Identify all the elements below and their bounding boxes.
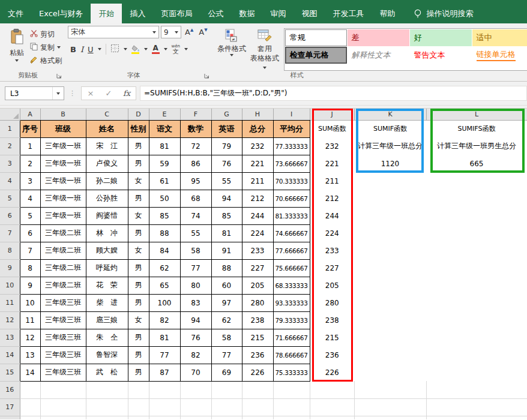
cell-H12[interactable]: 238 (242, 311, 273, 329)
cell-C13[interactable]: 朱 仝 (86, 329, 128, 346)
cell-F8[interactable]: 58 (180, 242, 211, 259)
cell-H11[interactable]: 280 (242, 294, 273, 311)
cell-K15[interactable] (354, 364, 426, 381)
cell-I1[interactable]: 平均分 (273, 120, 310, 137)
cell-B12[interactable]: 三年级三班 (40, 311, 86, 329)
cell-D4[interactable]: 女 (128, 172, 149, 190)
cell-E6[interactable]: 85 (149, 207, 180, 224)
menu-tab-10[interactable]: 帮助 (372, 4, 403, 23)
borders-button[interactable] (110, 44, 119, 55)
cell-J13[interactable]: 215 (310, 329, 354, 346)
cell-G11[interactable]: 97 (211, 294, 242, 311)
cell-B7[interactable]: 三年级二班 (40, 224, 86, 242)
cell-L2[interactable]: 计算三年级一班男生总分 (426, 137, 527, 155)
cell-L12[interactable] (426, 311, 527, 329)
italic-button[interactable]: I (80, 45, 83, 54)
cell-D3[interactable]: 男 (128, 155, 149, 172)
conditional-formatting-button[interactable]: ≠ 条件格式 (215, 26, 248, 71)
cell-I14[interactable]: 78.666667 (273, 346, 310, 364)
cell-L18[interactable] (426, 416, 527, 419)
cell-A1[interactable]: 序号 (20, 120, 40, 137)
col-header-K[interactable]: K (354, 109, 426, 120)
cell-K18[interactable] (354, 416, 426, 419)
cell-F14[interactable]: 82 (180, 346, 211, 364)
cell-G6[interactable]: 85 (211, 207, 242, 224)
cell-A18[interactable] (20, 416, 40, 419)
cell-F11[interactable]: 83 (180, 294, 211, 311)
select-all-button[interactable] (0, 109, 20, 120)
cell-F9[interactable]: 77 (180, 259, 211, 277)
cell-A7[interactable]: 6 (20, 224, 40, 242)
paste-button[interactable]: 粘贴 (4, 26, 30, 71)
cell-L10[interactable] (426, 277, 527, 294)
cell-E1[interactable]: 语文 (149, 120, 180, 137)
cell-H8[interactable]: 233 (242, 242, 273, 259)
menu-tab-1[interactable]: Excel与财务 (31, 4, 91, 23)
cell-style-0[interactable]: 常规 (285, 29, 347, 46)
copy-button[interactable]: 复制 (30, 42, 62, 53)
cell-G5[interactable]: 94 (211, 190, 242, 207)
cell-C7[interactable]: 林 冲 (86, 224, 128, 242)
cell-L9[interactable] (426, 259, 527, 277)
cell-D16[interactable] (128, 381, 149, 398)
font-size-select[interactable]: 9 (161, 26, 181, 38)
cell-I5[interactable]: 70.666667 (273, 190, 310, 207)
menu-tab-3[interactable]: 插入 (122, 4, 153, 23)
cell-J12[interactable]: 238 (310, 311, 354, 329)
cell-G9[interactable]: 88 (211, 259, 242, 277)
cell-B13[interactable]: 三年级三班 (40, 329, 86, 346)
cell-C3[interactable]: 卢俊义 (86, 155, 128, 172)
formula-input[interactable]: =SUMIFS(H:H,B:B,"三年级一班",D:D,"男") (140, 86, 527, 101)
menu-tab-0[interactable]: 文件 (0, 4, 31, 23)
row-header-3[interactable]: 3 (0, 155, 20, 172)
cell-B15[interactable]: 三年级三班 (40, 364, 86, 381)
row-header-8[interactable]: 8 (0, 242, 20, 259)
cell-H17[interactable] (242, 398, 273, 416)
cell-B6[interactable]: 三年级一班 (40, 207, 86, 224)
row-header-9[interactable]: 9 (0, 259, 20, 277)
cell-G14[interactable]: 77 (211, 346, 242, 364)
cell-K2[interactable]: 计算三年级一班总分 (354, 137, 426, 155)
cell-B1[interactable]: 班级 (40, 120, 86, 137)
menu-tab-5[interactable]: 公式 (200, 4, 231, 23)
cell-A10[interactable]: 9 (20, 277, 40, 294)
cell-I4[interactable]: 70.333333 (273, 172, 310, 190)
cell-E16[interactable] (149, 381, 180, 398)
row-header-13[interactable]: 13 (0, 329, 20, 346)
cell-F17[interactable] (180, 398, 211, 416)
cell-K4[interactable] (354, 172, 426, 190)
cell-D7[interactable]: 男 (128, 224, 149, 242)
cell-G17[interactable] (211, 398, 242, 416)
cell-F6[interactable]: 74 (180, 207, 211, 224)
cell-D12[interactable]: 女 (128, 311, 149, 329)
cell-B14[interactable]: 三年级三班 (40, 346, 86, 364)
cell-B8[interactable]: 三年级二班 (40, 242, 86, 259)
font-name-select[interactable]: 宋体 (68, 26, 159, 38)
cell-I8[interactable]: 77.666667 (273, 242, 310, 259)
cell-E17[interactable] (149, 398, 180, 416)
cell-C15[interactable]: 武 松 (86, 364, 128, 381)
cell-K16[interactable] (354, 381, 426, 398)
cell-J7[interactable]: 224 (310, 224, 354, 242)
cell-E3[interactable]: 59 (149, 155, 180, 172)
cell-K5[interactable] (354, 190, 426, 207)
cell-G13[interactable]: 58 (211, 329, 242, 346)
cell-A5[interactable]: 4 (20, 190, 40, 207)
row-header-7[interactable]: 7 (0, 224, 20, 242)
cell-C10[interactable]: 花 荣 (86, 277, 128, 294)
cell-L11[interactable] (426, 294, 527, 311)
cell-K10[interactable] (354, 277, 426, 294)
dialog-launcher-icon[interactable] (56, 73, 62, 79)
row-header-1[interactable]: 1 (0, 120, 20, 137)
cell-H10[interactable]: 205 (242, 277, 273, 294)
cell-G4[interactable]: 55 (211, 172, 242, 190)
menu-tab-7[interactable]: 审阅 (262, 4, 294, 23)
cell-style-1[interactable]: 差 (348, 29, 409, 46)
row-header-6[interactable]: 6 (0, 207, 20, 224)
cell-L4[interactable] (426, 172, 527, 190)
cell-D8[interactable]: 女 (128, 242, 149, 259)
cell-G18[interactable] (211, 416, 242, 419)
cell-D14[interactable]: 男 (128, 346, 149, 364)
cell-C2[interactable]: 宋 江 (86, 137, 128, 155)
cell-B5[interactable]: 三年级一班 (40, 190, 86, 207)
